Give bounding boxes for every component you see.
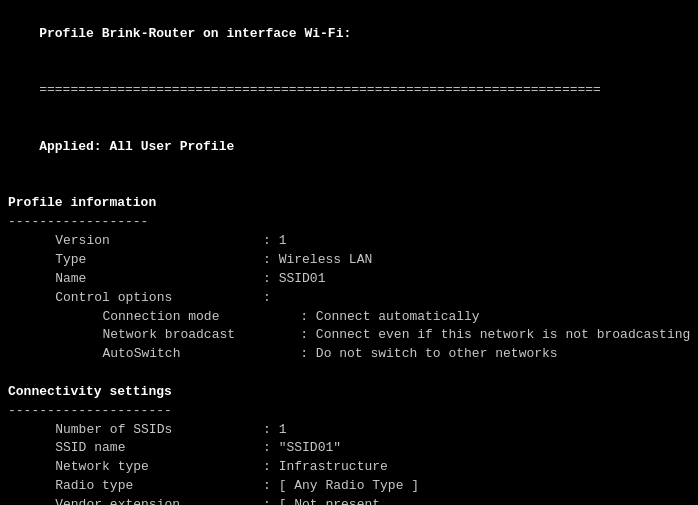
field-type: Type : Wireless LAN: [8, 251, 690, 270]
field-radio-type: Radio type : [ Any Radio Type ]: [8, 477, 690, 496]
field-ssid-name: SSID name : "SSID01": [8, 439, 690, 458]
field-connection-mode: Connection mode : Connect automatically: [8, 308, 690, 327]
field-num-ssids: Number of SSIDs : 1: [8, 421, 690, 440]
field-name: Name : SSID01: [8, 270, 690, 289]
section-profile-info: Profile information ------------------ V…: [8, 194, 690, 364]
section-divider-profile: ------------------: [8, 213, 690, 232]
field-vendor-ext: Vendor extension : [ Not present: [8, 496, 690, 505]
title-line: Profile Brink-Router on interface Wi-Fi:: [8, 6, 690, 63]
terminal-window: Profile Brink-Router on interface Wi-Fi:…: [8, 6, 690, 505]
field-network-broadcast: Network broadcast : Connect even if this…: [8, 326, 690, 345]
section-header-profile: Profile information: [8, 194, 690, 213]
section-connectivity: Connectivity settings ------------------…: [8, 383, 690, 505]
field-autoswitch: AutoSwitch : Do not switch to other netw…: [8, 345, 690, 364]
section-header-connectivity: Connectivity settings: [8, 383, 690, 402]
field-version: Version : 1: [8, 232, 690, 251]
field-network-type: Network type : Infrastructure: [8, 458, 690, 477]
title-divider: ========================================…: [8, 63, 690, 120]
field-control-options: Control options :: [8, 289, 690, 308]
section-divider-connectivity: ---------------------: [8, 402, 690, 421]
applied-line: Applied: All User Profile: [8, 119, 690, 176]
